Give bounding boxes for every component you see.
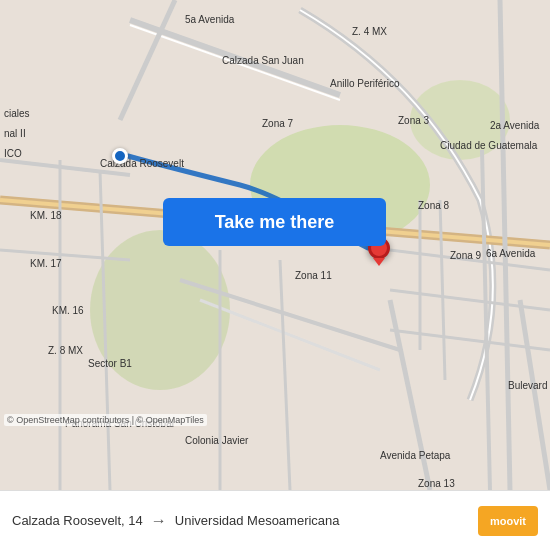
footer-arrow-icon: → [151,512,167,530]
take-me-there-button[interactable]: Take me there [163,198,386,246]
footer-destination: Universidad Mesoamericana [175,513,478,528]
origin-marker [112,148,128,164]
footer-origin: Calzada Roosevelt, 14 [12,513,143,528]
svg-point-2 [90,230,230,390]
moovit-logo-badge: moovit [478,506,538,536]
map-container: 5a AvenidaCalzada San JuanAnillo Perifér… [0,0,550,490]
destination-marker-tail [373,258,385,266]
map-attribution: © OpenStreetMap contributors | © OpenMap… [4,414,207,426]
moovit-logo: moovit [478,506,538,536]
footer: Calzada Roosevelt, 14 → Universidad Meso… [0,490,550,550]
